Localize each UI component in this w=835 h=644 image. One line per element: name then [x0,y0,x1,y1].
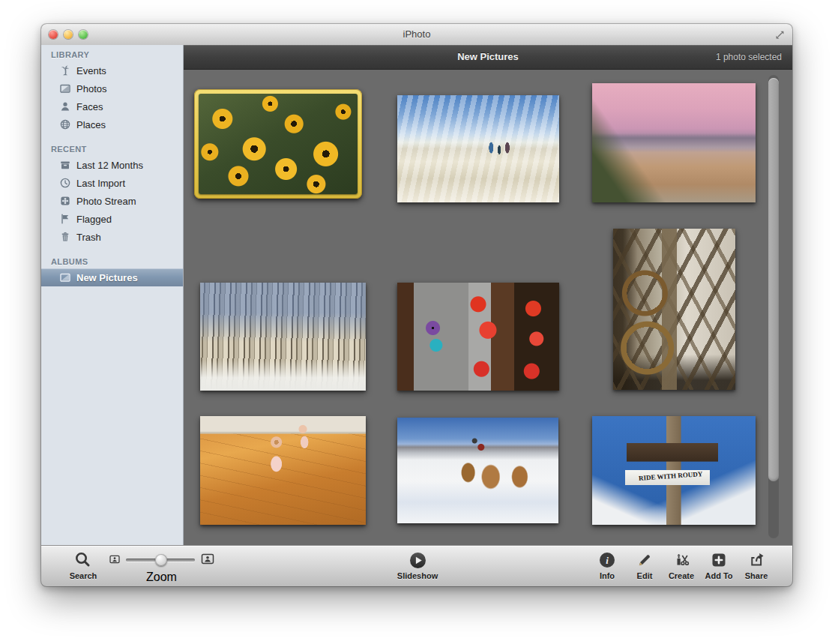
edit-label: Edit [637,571,653,580]
zoom-control: Zoom [107,550,216,584]
album-icon [59,271,71,283]
photo-yellow-flowers[interactable] [199,94,358,194]
zoom-slider[interactable] [126,554,195,566]
search-icon [74,550,92,571]
sidebar-item-photo-stream[interactable]: Photo Stream [41,192,183,210]
sidebar-item-label: Trash [76,232,101,243]
sidebar-item-label: Last Import [76,178,125,189]
photo-horse-drawn-sleigh[interactable] [397,418,558,523]
create-label: Create [669,571,694,580]
share-icon [748,550,765,571]
archive-box-icon [59,159,71,171]
info-label: Info [600,571,615,580]
photo-tower-structure[interactable] [613,229,735,390]
bottom-toolbar: Search Zoom Slideshow i In [41,545,792,586]
photo-icon [59,82,71,94]
add-icon [711,550,727,571]
info-icon: i [599,550,615,571]
add-to-label: Add To [705,571,732,580]
sidebar-item-places[interactable]: Places [41,115,183,133]
photo-toddler-dancing[interactable] [200,416,366,525]
selected-photo-frame [194,89,362,199]
clock-icon [59,177,71,189]
sidebar-item-new-pictures[interactable]: New Pictures [41,268,183,286]
pencil-icon [636,550,653,571]
sidebar: LIBRARY Events Photos Faces Places [41,45,184,546]
zoom-slider-knob[interactable] [155,554,167,566]
slideshow-button[interactable]: Slideshow [391,550,444,580]
search-button[interactable]: Search [56,550,110,580]
search-label: Search [70,571,97,580]
photo-grid: RIDE WITH ROUDY [184,69,792,546]
photo-stream-icon [59,195,71,207]
share-label: Share [745,571,768,580]
photo-aspen-trees-snow[interactable] [200,283,366,391]
zoom-out-icon[interactable] [109,553,120,567]
sidebar-item-last-12-months[interactable]: Last 12 Months [41,156,183,174]
svg-text:i: i [606,555,609,566]
content-area: New Pictures 1 photo selected RIDE WITH … [184,45,792,546]
section-header-recent: RECENT [41,142,183,156]
photo-ride-with-roudy-sign[interactable]: RIDE WITH ROUDY [592,416,756,525]
photo-family-at-beach[interactable] [397,95,559,202]
sidebar-item-label: Faces [76,101,103,112]
sidebar-section-recent: RECENT Last 12 Months Last Import Photo … [41,142,183,246]
slideshow-label: Slideshow [397,571,438,580]
sidebar-section-albums: ALBUMS New Pictures [41,255,183,286]
screenshot-stage: iPhoto LIBRARY Events Photos Faces [0,0,835,644]
window-title: iPhoto [41,24,792,45]
sidebar-item-trash[interactable]: Trash [41,228,183,246]
person-icon [59,100,71,112]
zoom-in-icon[interactable] [201,553,214,568]
scrollbar-track[interactable] [768,75,779,538]
zoom-label: Zoom [146,571,177,584]
photo-pink-sunset-beach[interactable] [592,83,756,202]
fullscreen-icon[interactable] [774,29,786,40]
globe-icon [59,118,71,130]
sidebar-item-label: Photos [76,83,106,94]
photo-red-fish-ornaments[interactable] [397,283,559,391]
sidebar-item-events[interactable]: Events [41,61,183,79]
sidebar-item-flagged[interactable]: Flagged [41,210,183,228]
palm-tree-icon [59,64,71,76]
flag-icon [59,213,71,225]
section-header-albums: ALBUMS [41,255,183,268]
sidebar-item-label: Last 12 Months [76,160,143,171]
sidebar-item-faces[interactable]: Faces [41,97,183,115]
album-header-bar: New Pictures 1 photo selected [184,45,792,70]
play-icon [409,550,426,571]
scrollbar-thumb[interactable] [768,78,779,481]
sidebar-section-library: LIBRARY Events Photos Faces Places [41,48,183,133]
titlebar[interactable]: iPhoto [41,24,792,46]
sidebar-item-label: Events [76,65,106,76]
sidebar-item-last-import[interactable]: Last Import [41,174,183,192]
sidebar-item-label: New Pictures [76,272,138,283]
sidebar-item-label: Photo Stream [76,196,136,207]
sign-text: RIDE WITH ROUDY [628,469,714,483]
trash-icon [59,231,71,243]
iphoto-window: iPhoto LIBRARY Events Photos Faces [41,24,792,586]
sidebar-item-label: Flagged [76,214,112,225]
section-header-library: LIBRARY [41,48,183,61]
album-title: New Pictures [184,45,792,69]
sidebar-item-photos[interactable]: Photos [41,79,183,97]
selection-status: 1 photo selected [716,45,782,69]
create-icon [673,550,690,571]
share-button[interactable]: Share [729,550,783,580]
sidebar-item-label: Places [76,119,106,130]
